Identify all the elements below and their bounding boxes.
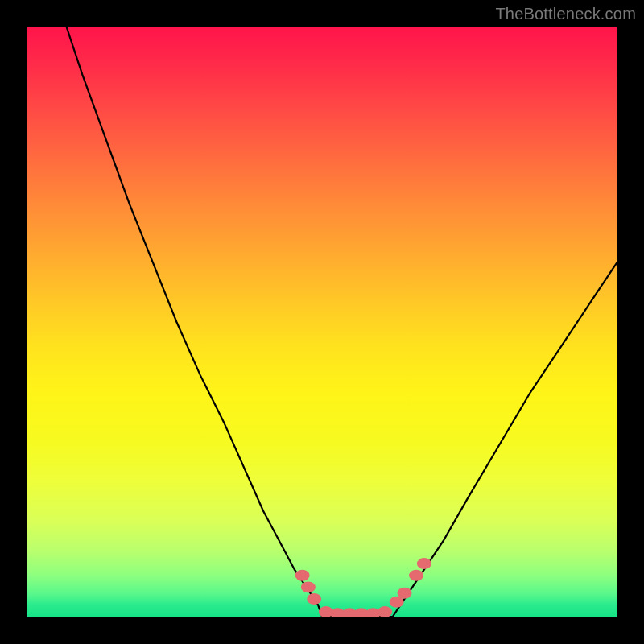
marker-dot — [307, 593, 321, 605]
marker-dot — [409, 570, 423, 581]
marker-dot — [417, 558, 431, 569]
plot-area — [27, 27, 617, 617]
valley-markers — [295, 558, 431, 617]
curve-layer — [27, 27, 617, 617]
left-curve — [67, 27, 322, 617]
marker-dot — [378, 606, 392, 617]
marker-dot — [398, 588, 412, 599]
marker-dot — [301, 581, 316, 592]
chart-frame: TheBottleneck.com — [0, 0, 644, 644]
watermark-text: TheBottleneck.com — [495, 5, 636, 23]
marker-dot — [295, 570, 310, 581]
